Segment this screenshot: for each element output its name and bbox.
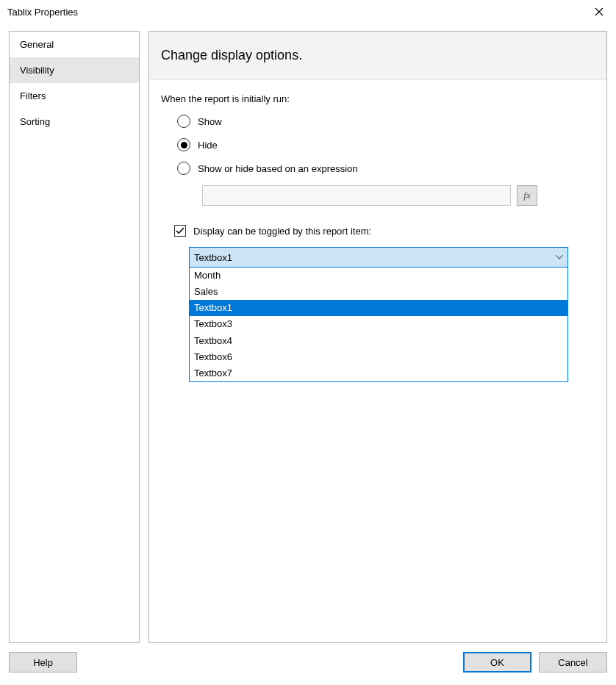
initial-run-radio-group: Show Hide Show or hide based on an expre… [161, 115, 595, 175]
close-button[interactable] [582, 0, 616, 24]
titlebar: Tablix Properties [0, 0, 616, 24]
dropdown-option[interactable]: Textbox7 [190, 365, 567, 381]
radio-label: Hide [198, 140, 218, 151]
close-icon [595, 7, 604, 16]
help-button[interactable]: Help [9, 652, 77, 673]
sidebar-item-general[interactable]: General [10, 32, 139, 57]
sidebar-item-label: Visibility [20, 65, 54, 76]
radio-expression[interactable]: Show or hide based on an expression [177, 162, 595, 175]
dropdown-selected-value: Textbox1 [194, 252, 232, 263]
radio-icon [177, 115, 190, 128]
toggle-checkbox-row[interactable]: Display can be toggled by this report it… [174, 225, 595, 237]
sidebar-item-filters[interactable]: Filters [10, 83, 139, 109]
sidebar: General Visibility Filters Sorting [9, 31, 140, 643]
dropdown-option[interactable]: Month [190, 268, 567, 284]
dialog-body: General Visibility Filters Sorting Chang… [0, 24, 616, 643]
main-content: When the report is initially run: Show H… [149, 80, 606, 390]
sidebar-item-sorting[interactable]: Sorting [10, 109, 139, 135]
dropdown-list: Month Sales Textbox1 Textbox3 Textbox4 T… [190, 267, 567, 381]
radio-label: Show [198, 116, 222, 127]
dropdown-option[interactable]: Textbox6 [190, 349, 567, 365]
fx-icon: fx [523, 190, 530, 201]
ok-button[interactable]: OK [463, 652, 531, 673]
button-bar: Help OK Cancel [0, 643, 616, 681]
toggle-item-dropdown-wrap: Textbox1 Month Sales Textbox1 Textbox3 T… [189, 247, 595, 382]
window-title: Tablix Properties [7, 7, 78, 18]
radio-show[interactable]: Show [177, 115, 595, 128]
toggle-item-dropdown[interactable]: Textbox1 Month Sales Textbox1 Textbox3 T… [189, 247, 568, 382]
chevron-down-icon [556, 255, 563, 259]
expression-input [202, 185, 511, 206]
initial-run-label: When the report is initially run: [161, 93, 595, 104]
main-panel: Change display options. When the report … [148, 31, 607, 643]
sidebar-item-label: General [20, 39, 54, 50]
sidebar-item-visibility[interactable]: Visibility [10, 57, 139, 83]
radio-icon [177, 162, 190, 175]
toggle-label: Display can be toggled by this report it… [193, 226, 371, 237]
sidebar-item-label: Filters [20, 90, 46, 101]
dropdown-option[interactable]: Textbox3 [190, 316, 567, 332]
expression-row: fx [202, 185, 595, 206]
dropdown-option[interactable]: Sales [190, 284, 567, 300]
radio-label: Show or hide based on an expression [198, 163, 358, 174]
checkbox-icon [174, 225, 186, 237]
sidebar-item-label: Sorting [20, 116, 50, 127]
radio-icon [177, 138, 190, 151]
cancel-button[interactable]: Cancel [539, 652, 607, 673]
radio-hide[interactable]: Hide [177, 138, 595, 151]
dropdown-option[interactable]: Textbox1 [190, 300, 567, 316]
dropdown-selected[interactable]: Textbox1 [190, 248, 567, 267]
page-title: Change display options. [149, 32, 606, 80]
fx-button[interactable]: fx [517, 185, 537, 206]
dropdown-option[interactable]: Textbox4 [190, 333, 567, 349]
